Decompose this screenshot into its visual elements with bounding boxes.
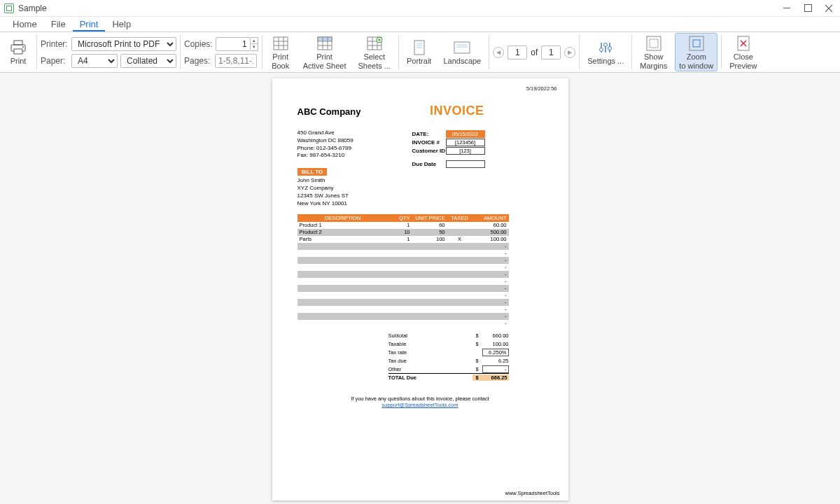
- page-total-input[interactable]: [541, 46, 561, 59]
- table-row: -: [298, 278, 509, 285]
- svg-rect-38: [650, 39, 658, 48]
- printer-icon: [9, 38, 27, 57]
- copies-up[interactable]: ▲: [251, 38, 258, 44]
- collate-select[interactable]: Collated: [120, 54, 176, 68]
- svg-point-35: [604, 43, 608, 47]
- maximize-button[interactable]: [804, 4, 812, 13]
- grid-select-icon: [365, 34, 384, 52]
- svg-rect-4: [14, 49, 22, 54]
- table-row: -: [298, 250, 509, 257]
- print-book-button[interactable]: Print Book: [266, 33, 295, 71]
- table-row: -: [298, 264, 509, 271]
- grid-full-icon: [272, 34, 290, 52]
- select-sheets-button[interactable]: Select Sheets ...: [354, 33, 394, 71]
- portrait-icon: [410, 38, 428, 57]
- svg-rect-28: [454, 42, 470, 53]
- printer-label: Printer:: [41, 39, 69, 49]
- table-row: -: [298, 313, 509, 320]
- window-title: Sample: [18, 4, 47, 13]
- table-row: -: [298, 257, 509, 264]
- table-row: Product 116060.00: [298, 222, 509, 229]
- bill-to-address: John Smith XYZ Company 12345 SW Jones ST…: [298, 177, 543, 207]
- table-row: -: [298, 306, 509, 313]
- paper-label: Paper:: [41, 56, 69, 66]
- support-email-link[interactable]: support@SpreadsheetTools.com: [382, 402, 458, 408]
- printer-select[interactable]: Microsoft Print to PDF: [71, 37, 176, 51]
- tab-help[interactable]: Help: [105, 17, 138, 31]
- invoice-footnote: If you have any questions about this inv…: [298, 396, 543, 408]
- table-row: -: [298, 271, 509, 278]
- invoice-table: DESCRIPTION QTY UNIT PRICE TAXED AMOUNT …: [298, 214, 509, 327]
- paper-select[interactable]: A4: [71, 54, 118, 68]
- close-preview-button[interactable]: Close Preview: [725, 33, 761, 71]
- zoom-window-icon: [687, 34, 706, 52]
- pages-label: Pages:: [184, 56, 212, 66]
- print-button[interactable]: Print: [4, 37, 33, 66]
- company-name: ABC Company: [298, 106, 543, 117]
- invoice-meta: DATE:05/15/2022 INVOICE #[123456] Custom…: [412, 130, 485, 168]
- grid-active-icon: [316, 34, 334, 52]
- bill-to-header: BILL TO: [298, 168, 328, 176]
- zoom-to-window-button[interactable]: Zoom to window: [675, 33, 718, 71]
- copies-input[interactable]: [216, 37, 251, 51]
- tab-file[interactable]: File: [44, 17, 73, 31]
- totals-block: Subtotal$660.00 Taxable$100.00 Tax rate6…: [388, 331, 509, 382]
- tab-home[interactable]: Home: [6, 17, 44, 31]
- table-row: -: [298, 285, 509, 292]
- margins-icon: [645, 34, 663, 52]
- close-button[interactable]: [825, 4, 833, 13]
- svg-point-5: [22, 46, 24, 48]
- svg-rect-39: [690, 36, 704, 50]
- svg-rect-40: [693, 40, 700, 47]
- svg-point-34: [600, 48, 603, 52]
- page-preview: 5/19/2022:56 ABC Company INVOICE 450 Gra…: [272, 78, 568, 500]
- svg-rect-2: [14, 41, 22, 45]
- minimize-button[interactable]: [783, 4, 791, 13]
- table-row: -: [298, 243, 509, 250]
- sliders-icon: [596, 38, 615, 57]
- invoice-title: INVOICE: [430, 104, 484, 118]
- table-row: Product 21050500.00: [298, 229, 509, 236]
- tab-print[interactable]: Print: [73, 17, 106, 31]
- table-row: Parts1100X100.00: [298, 236, 509, 243]
- next-page-button[interactable]: ►: [564, 47, 575, 58]
- svg-rect-37: [647, 36, 661, 50]
- page-current-input[interactable]: [507, 46, 527, 59]
- page-of-label: of: [531, 48, 538, 57]
- menu-tabs: Home File Print Help: [0, 17, 840, 32]
- print-active-sheet-button[interactable]: Print Active Sheet: [299, 33, 351, 71]
- copies-label: Copies:: [184, 39, 213, 49]
- app-icon: [4, 4, 14, 13]
- copies-down[interactable]: ▼: [251, 44, 258, 50]
- close-preview-icon: [734, 34, 752, 52]
- pages-input[interactable]: [215, 54, 257, 68]
- ribbon: Print Printer: Microsoft Print to PDF Pa…: [0, 32, 840, 73]
- table-row: -: [298, 320, 509, 327]
- page-header-right: 5/19/2022:56: [526, 85, 557, 92]
- landscape-button[interactable]: Landscape: [439, 37, 485, 66]
- title-bar: Sample: [0, 0, 840, 17]
- svg-rect-6: [274, 37, 288, 50]
- table-row: -: [298, 299, 509, 306]
- portrait-button[interactable]: Portrait: [402, 37, 435, 66]
- table-row: -: [298, 292, 509, 299]
- preview-area[interactable]: 5/19/2022:56 ABC Company INVOICE 450 Gra…: [0, 73, 840, 504]
- prev-page-button[interactable]: ◄: [493, 47, 504, 58]
- settings-button[interactable]: Settings ...: [583, 37, 628, 66]
- landscape-icon: [453, 38, 471, 57]
- show-margins-button[interactable]: Show Margins: [636, 33, 671, 71]
- page-footer: www.SpreadsheetTools: [505, 490, 560, 496]
- svg-rect-12: [318, 37, 332, 41]
- svg-point-36: [608, 47, 612, 50]
